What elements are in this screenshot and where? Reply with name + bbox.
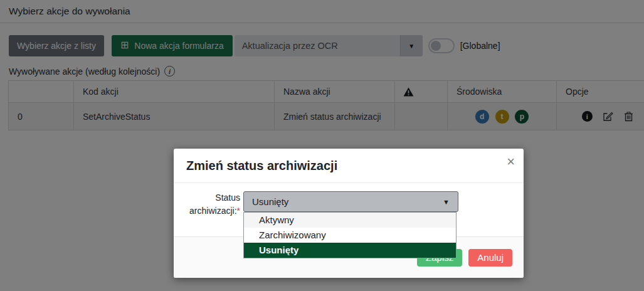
change-archive-status-modal: Zmień status archiwizacji × Status archi… <box>174 149 524 278</box>
dropdown-option-usuniety[interactable]: Usunięty <box>244 243 456 258</box>
cancel-button[interactable]: Anuluj <box>468 249 512 267</box>
archive-status-select[interactable]: Usunięty ▼ <box>243 191 458 212</box>
archive-status-dropdown-list: Aktywny Zarchiwizowany Usunięty <box>243 212 457 258</box>
required-asterisk: * <box>237 206 240 216</box>
modal-body: Status archiwizacji:* Usunięty ▼ Aktywny… <box>174 183 524 236</box>
archive-status-field-label: Status archiwizacji:* <box>185 191 240 218</box>
caret-down-icon: ▼ <box>443 198 450 206</box>
archive-status-select-value: Usunięty <box>252 196 288 207</box>
modal-title: Zmień status archiwizacji <box>186 159 337 173</box>
dropdown-option-zarchiwizowany[interactable]: Zarchiwizowany <box>244 228 456 243</box>
dropdown-option-aktywny[interactable]: Aktywny <box>244 213 456 228</box>
modal-header: Zmień status archiwizacji × <box>174 149 524 183</box>
close-icon[interactable]: × <box>507 155 515 169</box>
